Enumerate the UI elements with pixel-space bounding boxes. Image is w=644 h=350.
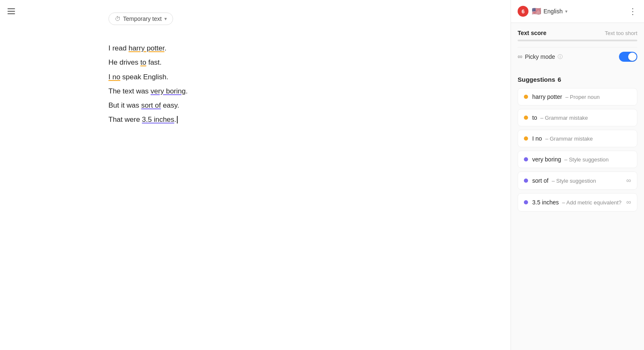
text-line-2: He drives to fast. bbox=[108, 56, 400, 69]
suggestion-left-6: 3.5 inches – Add metric equivalent? bbox=[524, 199, 621, 206]
highlight-harry-potter: harry potter bbox=[128, 44, 164, 52]
suggestion-item-3-5-inches[interactable]: 3.5 inches – Add metric equivalent? ∞ bbox=[518, 193, 637, 212]
svg-rect-2 bbox=[8, 13, 15, 14]
suggestion-type-4: – Style suggestion bbox=[564, 156, 609, 163]
picky-mode-info-icon[interactable]: ⓘ bbox=[558, 53, 563, 60]
suggestion-dot-1 bbox=[524, 95, 528, 99]
suggestions-header: Suggestions 6 bbox=[518, 74, 637, 83]
suggestion-left-5: sort of – Style suggestion bbox=[524, 177, 596, 184]
toolbar: ⏱ Temporary text ▾ bbox=[108, 13, 494, 25]
flag-icon: 🇺🇸 bbox=[532, 7, 541, 16]
suggestion-type-2: – Grammar mistake bbox=[540, 115, 588, 121]
suggestion-word-4: very boring – Style suggestion bbox=[532, 156, 609, 163]
text-line-1: I read harry potter. bbox=[108, 42, 400, 55]
picky-mode-icon: ∞ bbox=[518, 53, 522, 60]
right-panel: 6 🇺🇸 English ▾ ⋮ Text score Text too sho… bbox=[511, 0, 644, 350]
suggestion-item-i-no[interactable]: I no – Grammar mistake bbox=[518, 130, 637, 147]
suggestion-dot-3 bbox=[524, 136, 528, 141]
suggestion-left: harry potter – Proper noun bbox=[524, 93, 600, 100]
suggestions-label: Suggestions bbox=[518, 76, 555, 83]
sidebar-toggle[interactable] bbox=[7, 7, 16, 18]
clock-icon: ⏱ bbox=[115, 15, 121, 22]
svg-rect-0 bbox=[8, 8, 15, 9]
picky-indicator-6: ∞ bbox=[626, 199, 631, 206]
panel-header: 6 🇺🇸 English ▾ ⋮ bbox=[511, 0, 644, 23]
text-too-short-label: Text too short bbox=[605, 30, 637, 36]
language-label: English bbox=[543, 8, 563, 15]
suggestion-dot-5 bbox=[524, 179, 528, 183]
highlight-sort-of: sort of bbox=[141, 101, 161, 109]
text-cursor bbox=[177, 116, 178, 123]
editor-area: ⏱ Temporary text ▾ I read harry potter. … bbox=[0, 0, 511, 350]
picky-mode-toggle[interactable] bbox=[619, 52, 637, 62]
text-line-4: The text was very boring. bbox=[108, 85, 400, 98]
picky-indicator-5: ∞ bbox=[626, 177, 631, 184]
suggestion-word-1: harry potter – Proper noun bbox=[532, 93, 600, 100]
text-line-5: But it was sort of easy. bbox=[108, 99, 400, 112]
suggestion-type-6: – Add metric equivalent? bbox=[562, 199, 621, 206]
suggestion-dot-6 bbox=[524, 200, 528, 204]
suggestion-word-5: sort of – Style suggestion bbox=[532, 177, 596, 184]
panel-header-left: 6 🇺🇸 English ▾ bbox=[518, 6, 568, 17]
score-bar bbox=[518, 40, 637, 41]
language-chevron-icon: ▾ bbox=[565, 9, 568, 14]
suggestion-type-5: – Style suggestion bbox=[552, 178, 596, 184]
text-score-label: Text score bbox=[518, 30, 546, 36]
suggestion-word-6: 3.5 inches – Add metric equivalent? bbox=[532, 199, 621, 206]
more-options-button[interactable]: ⋮ bbox=[629, 6, 637, 16]
suggestion-item-sort-of[interactable]: sort of – Style suggestion ∞ bbox=[518, 171, 637, 190]
highlight-very-boring: very boring bbox=[151, 87, 186, 95]
panel-body: Text score Text too short ∞ Picky mode ⓘ… bbox=[511, 23, 644, 350]
suggestion-left-3: I no – Grammar mistake bbox=[524, 135, 593, 142]
picky-mode-label: Picky mode bbox=[525, 53, 555, 60]
doc-title-label: Temporary text bbox=[123, 15, 162, 22]
text-score-row: Text score Text too short bbox=[518, 30, 637, 36]
suggestion-dot-4 bbox=[524, 157, 528, 161]
language-selector[interactable]: 🇺🇸 English ▾ bbox=[532, 7, 568, 16]
highlight-to: to bbox=[141, 58, 146, 66]
suggestion-item-to[interactable]: to – Grammar mistake bbox=[518, 109, 637, 126]
text-line-3: I no speak English. bbox=[108, 71, 400, 84]
suggestion-left-2: to – Grammar mistake bbox=[524, 114, 588, 121]
picky-mode-left: ∞ Picky mode ⓘ bbox=[518, 53, 563, 60]
suggestion-item-harry-potter[interactable]: harry potter – Proper noun bbox=[518, 88, 637, 106]
picky-mode-row: ∞ Picky mode ⓘ bbox=[518, 47, 637, 66]
suggestion-left-4: very boring – Style suggestion bbox=[524, 156, 609, 163]
suggestion-item-very-boring[interactable]: very boring – Style suggestion bbox=[518, 151, 637, 168]
suggestions-count: 6 bbox=[558, 76, 561, 83]
doc-title-button[interactable]: ⏱ Temporary text ▾ bbox=[108, 13, 173, 25]
suggestion-dot-2 bbox=[524, 116, 528, 120]
suggestion-word-2: to – Grammar mistake bbox=[532, 114, 588, 121]
svg-rect-1 bbox=[8, 11, 15, 12]
text-line-6: That were 3.5 inches. bbox=[108, 113, 400, 126]
text-content[interactable]: I read harry potter. He drives to fast. … bbox=[108, 42, 400, 128]
suggestion-word-3: I no – Grammar mistake bbox=[532, 135, 593, 142]
notification-badge[interactable]: 6 bbox=[518, 6, 528, 17]
chevron-down-icon: ▾ bbox=[164, 16, 167, 22]
highlight-3-5-inches: 3.5 inches bbox=[142, 116, 174, 123]
suggestion-type-1: – Proper noun bbox=[565, 94, 599, 100]
highlight-i-no: I no bbox=[108, 73, 120, 81]
suggestion-type-3: – Grammar mistake bbox=[545, 136, 593, 142]
text-score-section: Text score Text too short ∞ Picky mode ⓘ bbox=[518, 30, 637, 66]
